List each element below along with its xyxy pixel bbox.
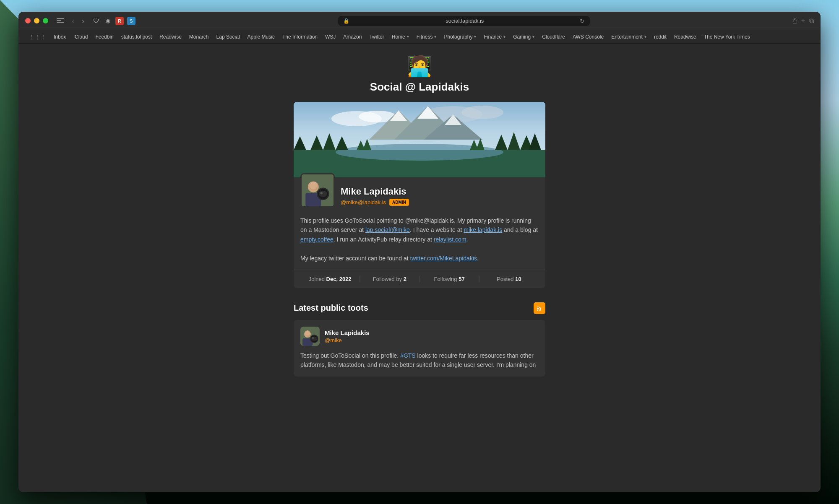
- bio-paragraph-1: This profile uses GoToSocial pointing to…: [300, 216, 539, 244]
- stat-following: Following 57: [420, 276, 479, 282]
- toot-author-info: Mike Lapidakis @mike: [325, 329, 370, 343]
- stat-joined: Joined Dec, 2022: [300, 276, 360, 282]
- bio-link-blog[interactable]: empty.coffee: [300, 236, 334, 243]
- site-logo-emoji: 🧑‍💻: [407, 56, 432, 76]
- address-bar-container: 🔒 ↻: [338, 16, 590, 26]
- address-bar[interactable]: [353, 18, 576, 24]
- bookmark-readwise2[interactable]: Readwise: [671, 33, 700, 41]
- nav-buttons: ‹ ›: [69, 16, 87, 26]
- rss-icon[interactable]: [534, 302, 545, 314]
- bookmark-feedbin[interactable]: Feedbin: [92, 33, 117, 41]
- toot-hashtag-gts[interactable]: #GTS: [400, 352, 416, 359]
- close-button[interactable]: [25, 18, 31, 23]
- site-title: Social @ Lapidakis: [370, 81, 469, 94]
- bookmark-lap-social[interactable]: Lap Social: [213, 33, 243, 41]
- stat-followed: Followed by 2: [360, 276, 419, 282]
- profile-stats: Joined Dec, 2022 Followed by 2 Following…: [294, 270, 545, 288]
- bookmark-finance[interactable]: Finance▾: [480, 33, 509, 41]
- bookmark-amazon[interactable]: Amazon: [340, 33, 365, 41]
- admin-badge: ADMIN: [389, 199, 409, 206]
- bookmark-home[interactable]: Home▾: [388, 33, 412, 41]
- sidebar-button[interactable]: ⧉: [809, 17, 814, 25]
- profile-name: Mike Lapidakis: [341, 186, 409, 197]
- toot-avatar: [300, 327, 320, 346]
- toot-author-handle: @mike: [325, 337, 370, 343]
- new-tab-button[interactable]: +: [801, 17, 805, 25]
- toots-header: Latest public toots: [294, 298, 545, 320]
- social-extension-icon[interactable]: S: [127, 17, 135, 25]
- profile-banner-svg: [294, 102, 545, 177]
- readwise-extension-icon[interactable]: R: [115, 17, 124, 25]
- bio-link-twitter[interactable]: twitter.com/MikeLapidakis: [410, 255, 477, 262]
- bookmark-nytimes[interactable]: The New York Times: [701, 33, 753, 41]
- bookmark-wsj[interactable]: WSJ: [322, 33, 339, 41]
- toot-text: Testing out GoToSocial on this profile. …: [300, 351, 539, 370]
- svg-point-41: [312, 337, 314, 339]
- bookmarks-bar: ⋮⋮⋮ Inbox iCloud Feedbin status.lol post…: [18, 30, 821, 44]
- share-button[interactable]: ⎙: [793, 17, 797, 25]
- back-button[interactable]: ‹: [69, 16, 77, 26]
- stat-joined-value: Dec, 2022: [326, 276, 352, 282]
- lock-icon: 🔒: [343, 18, 349, 24]
- svg-point-27: [310, 182, 318, 190]
- bookmark-fitness[interactable]: Fitness▾: [413, 33, 440, 41]
- bio-link-website[interactable]: mike.lapidak.is: [464, 226, 502, 233]
- toots-section: Latest public toots: [294, 298, 545, 377]
- profile-bio: This profile uses GoToSocial pointing to…: [294, 212, 545, 270]
- forward-button[interactable]: ›: [79, 16, 87, 26]
- bookmark-entertainment[interactable]: Entertainment▾: [608, 33, 650, 41]
- stat-followed-value: 2: [404, 276, 406, 282]
- bio-link-lap-social[interactable]: lap.social/@mike: [365, 226, 410, 233]
- profile-card: Mike Lapidakis @mike@lapidak.is ADMIN Th…: [294, 102, 545, 288]
- toot-avatar-image: [300, 327, 320, 346]
- bio-paragraph-2: My legacy twitter account can be found a…: [300, 254, 539, 263]
- browser-window: ‹ › 🛡 ◉ R S 🔒 ↻ ⎙ + ⧉ ⋮⋮⋮ Inbox iCloud F…: [18, 12, 821, 492]
- bookmark-inbox[interactable]: Inbox: [50, 33, 69, 41]
- bookmark-apple-music[interactable]: Apple Music: [244, 33, 278, 41]
- profile-avatar: [300, 173, 335, 208]
- bookmark-gaming[interactable]: Gaming▾: [510, 33, 538, 41]
- site-header: 🧑‍💻 Social @ Lapidakis: [362, 44, 477, 102]
- profile-header-image: [294, 102, 545, 177]
- bookmark-readwise[interactable]: Readwise: [156, 33, 185, 41]
- toot-author-row: Mike Lapidakis @mike: [300, 327, 539, 346]
- traffic-lights: [25, 18, 48, 23]
- title-bar: ‹ › 🛡 ◉ R S 🔒 ↻ ⎙ + ⧉: [18, 12, 821, 30]
- refresh-button[interactable]: ↻: [580, 18, 585, 24]
- shield-extension-icon[interactable]: 🛡: [92, 17, 100, 25]
- fullscreen-button[interactable]: [43, 18, 48, 23]
- svg-point-33: [537, 309, 538, 311]
- stat-posted: Posted 10: [479, 276, 539, 282]
- toot-card: Mike Lapidakis @mike Testing out GoToSoc…: [294, 320, 545, 377]
- bookmark-monarch[interactable]: Monarch: [186, 33, 212, 41]
- bookmark-cloudflare[interactable]: Cloudflare: [539, 33, 568, 41]
- radar-extension-icon[interactable]: ◉: [104, 17, 112, 25]
- toolbar-right: ⎙ + ⧉: [793, 17, 814, 25]
- page-content: 🧑‍💻 Social @ Lapidakis: [18, 44, 821, 492]
- sidebar-toggle-button[interactable]: [57, 18, 64, 24]
- bookmark-twitter[interactable]: Twitter: [366, 33, 387, 41]
- bookmark-apps-grid[interactable]: ⋮⋮⋮: [25, 33, 50, 41]
- svg-point-36: [305, 330, 310, 335]
- bookmark-reddit[interactable]: reddit: [651, 33, 670, 41]
- bookmark-the-information[interactable]: The Information: [279, 33, 321, 41]
- svg-point-4: [461, 106, 503, 119]
- bookmark-aws-console[interactable]: AWS Console: [569, 33, 607, 41]
- profile-handle[interactable]: @mike@lapidak.is: [341, 199, 386, 205]
- toots-section-title: Latest public toots: [294, 303, 368, 313]
- bookmark-photography[interactable]: Photography▾: [440, 33, 479, 41]
- svg-point-31: [319, 191, 327, 197]
- profile-handle-row: @mike@lapidak.is ADMIN: [341, 199, 409, 206]
- profile-avatar-section: Mike Lapidakis @mike@lapidak.is ADMIN: [294, 169, 545, 212]
- avatar-image: [302, 174, 334, 206]
- extension-icons: 🛡 ◉ R S: [92, 17, 135, 25]
- profile-name-section: Mike Lapidakis @mike@lapidak.is ADMIN: [341, 186, 409, 208]
- bookmark-status[interactable]: status.lol post: [118, 33, 155, 41]
- minimize-button[interactable]: [34, 18, 39, 23]
- toot-author-name: Mike Lapidakis: [325, 329, 370, 336]
- bookmark-icloud[interactable]: iCloud: [70, 33, 91, 41]
- bio-link-relay[interactable]: relaylist.com: [434, 236, 466, 243]
- stat-posted-value: 10: [515, 276, 521, 282]
- svg-point-40: [311, 337, 317, 341]
- svg-point-32: [320, 192, 323, 195]
